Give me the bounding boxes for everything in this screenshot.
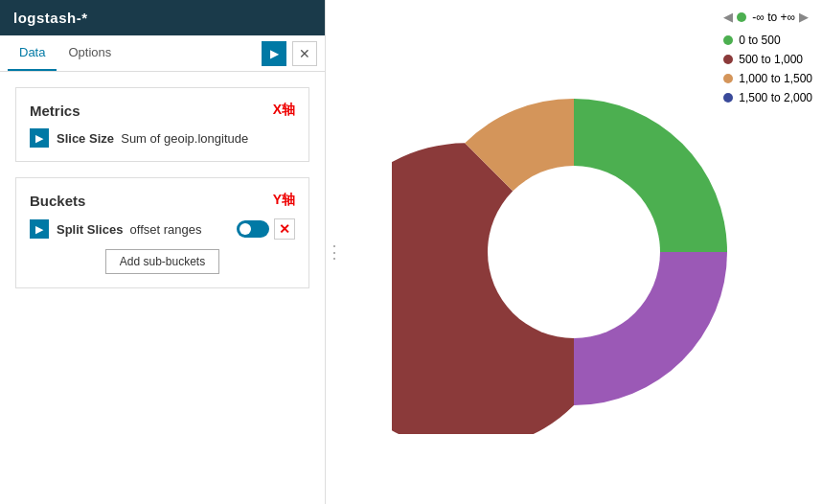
legend-nav-left[interactable]: ◀ (723, 10, 733, 24)
legend-dot-3 (723, 74, 733, 83)
main-area: ◀ -∞ to +∞ ▶ 0 to 500 500 to 1,000 1,000… (326, 0, 822, 504)
tab-bar: Data Options ▶ ✕ (0, 35, 325, 72)
legend-label-2: 500 to 1,000 (739, 53, 803, 66)
legend-label-3: 1,000 to 1,500 (739, 72, 812, 85)
donut-chart (392, 70, 756, 434)
close-button[interactable]: ✕ (292, 41, 317, 66)
chart-container (373, 51, 775, 453)
legend-item-3: 1,000 to 1,500 (723, 72, 812, 85)
sidebar-content: Metrics X轴 ▶ Slice Size Sum of geoip.lon… (0, 72, 325, 304)
add-sub-buckets-button[interactable]: Add sub-buckets (105, 249, 219, 274)
legend: ◀ -∞ to +∞ ▶ 0 to 500 500 to 1,000 1,000… (723, 10, 812, 104)
legend-item-0: -∞ to +∞ (737, 11, 795, 24)
sidebar: logstash-* Data Options ▶ ✕ Metrics X轴 ▶… (0, 0, 326, 504)
metric-expand-button[interactable]: ▶ (30, 128, 49, 148)
legend-item-2: 500 to 1,000 (723, 53, 812, 66)
bucket-remove-button[interactable]: ✕ (274, 218, 295, 240)
legend-item-1: 0 to 500 (723, 34, 812, 47)
bucket-row: ▶ Split Slices offset ranges ✕ (30, 218, 295, 240)
tab-actions: ▶ ✕ (262, 41, 317, 66)
legend-dot-2 (723, 55, 733, 64)
donut-hole (488, 166, 660, 338)
buckets-title: Buckets (30, 193, 85, 209)
legend-label-0: -∞ to +∞ (752, 11, 795, 24)
metric-label: Slice Size Sum of geoip.longitude (57, 131, 248, 146)
toggle-switch[interactable] (237, 220, 269, 238)
legend-dot-0 (737, 12, 746, 22)
metric-row: ▶ Slice Size Sum of geoip.longitude (30, 128, 295, 148)
buckets-section: Buckets Y轴 ▶ Split Slices offset ranges … (15, 177, 309, 288)
toggle-slider (237, 220, 269, 238)
play-button[interactable]: ▶ (262, 41, 286, 66)
title-text: logstash-* (13, 10, 88, 26)
metrics-axis-label: X轴 (273, 102, 295, 119)
metrics-section: Metrics X轴 ▶ Slice Size Sum of geoip.lon… (15, 87, 309, 162)
tab-data[interactable]: Data (8, 35, 57, 71)
tab-options[interactable]: Options (57, 35, 123, 71)
metrics-header: Metrics X轴 (30, 102, 295, 119)
legend-label-4: 1,500 to 2,000 (739, 91, 812, 104)
buckets-header: Buckets Y轴 (30, 192, 295, 209)
bucket-expand-button[interactable]: ▶ (30, 219, 49, 239)
legend-label-1: 0 to 500 (739, 34, 780, 47)
legend-item-4: 1,500 to 2,000 (723, 91, 812, 104)
legend-dot-1 (723, 35, 733, 45)
app-title: logstash-* (0, 0, 325, 35)
metrics-title: Metrics (30, 103, 80, 119)
buckets-axis-label: Y轴 (273, 192, 295, 209)
legend-nav-right[interactable]: ▶ (799, 10, 809, 24)
drag-handle[interactable]: ⋮ (326, 243, 340, 261)
legend-dot-4 (723, 93, 733, 103)
bucket-label: Split Slices offset ranges (57, 222, 202, 237)
